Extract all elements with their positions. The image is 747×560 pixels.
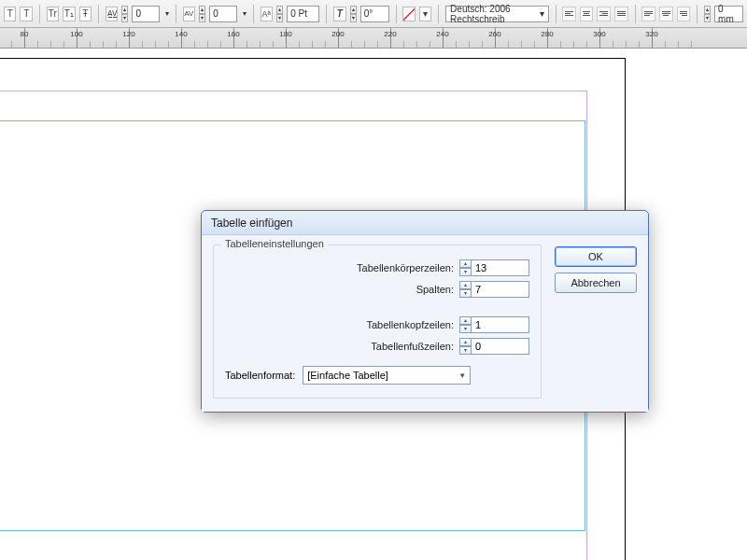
table-format-label: Tabellenformat: <box>225 370 295 381</box>
control-panel: T T Tr T₁ Ŧ A̲V̲ ▴▾ 0 ▾ AV ▴▾ 0 ▾ Aª ▴▾ … <box>0 0 747 28</box>
align-right-icon[interactable] <box>597 7 611 21</box>
separator <box>697 5 698 23</box>
horizontal-ruler[interactable]: 6080100120140160180200220240260280300320 <box>0 28 747 49</box>
columns-input[interactable]: ▴▾ <box>459 281 529 298</box>
align-justify-left-icon[interactable] <box>641 7 655 21</box>
kerning-icon: A̲V̲ <box>106 7 118 21</box>
separator <box>556 5 557 23</box>
dialog-title: Tabelle einfügen <box>202 211 648 235</box>
align-justify-icon[interactable] <box>614 7 628 21</box>
kern-value[interactable]: 0 <box>132 6 160 22</box>
body-rows-input[interactable]: ▴▾ <box>459 259 529 276</box>
body-rows-label: Tabellenkörperzeilen: <box>357 262 454 273</box>
smallcaps-icon[interactable]: T₁ <box>63 7 75 21</box>
baseline-spinner[interactable]: ▴▾ <box>276 6 283 22</box>
spinner-icon[interactable]: ▴▾ <box>459 338 472 355</box>
ruler-label: 300 <box>593 30 605 38</box>
footer-rows-input[interactable]: ▴▾ <box>459 338 529 355</box>
ruler-label: 180 <box>279 30 291 38</box>
align-justify-right-icon[interactable] <box>677 7 691 21</box>
cancel-button[interactable]: Abbrechen <box>555 273 637 293</box>
ok-button[interactable]: OK <box>555 246 637 267</box>
separator <box>326 5 327 23</box>
ruler-label: 240 <box>436 30 448 38</box>
skew-icon: T <box>333 7 345 21</box>
language-select[interactable]: Deutsch: 2006 Rechtschreib ▾ <box>445 6 548 22</box>
body-rows-field[interactable] <box>472 259 529 276</box>
ruler-label: 140 <box>175 30 187 38</box>
skew-value[interactable]: 0° <box>360 6 389 22</box>
columns-field[interactable] <box>472 281 529 298</box>
caps-icon[interactable]: Tr <box>47 7 59 21</box>
ruler-label: 80 <box>21 30 29 38</box>
footer-rows-field[interactable] <box>472 338 529 355</box>
ruler-label: 120 <box>122 30 134 38</box>
insert-table-dialog: Tabelle einfügen Tabelleneinstellungen T… <box>201 210 649 413</box>
separator <box>635 5 636 23</box>
char-format-icon-2[interactable]: T <box>20 7 32 21</box>
separator <box>176 5 176 23</box>
dropdown-arrow-icon: ▾ <box>540 8 544 19</box>
ruler-label: 260 <box>488 30 500 38</box>
track-value[interactable]: 0 <box>209 6 237 22</box>
header-rows-field[interactable] <box>472 316 529 333</box>
ruler-label: 280 <box>541 30 553 38</box>
fill-swatch[interactable] <box>402 7 415 21</box>
dropdown-arrow-icon: ▼ <box>458 371 466 380</box>
align-justify-center-icon[interactable] <box>659 7 673 21</box>
spinner-icon[interactable]: ▴▾ <box>459 281 472 298</box>
separator <box>438 5 439 23</box>
tracking-icon: AV <box>183 7 195 21</box>
ruler-label: 100 <box>70 30 82 38</box>
track-spinner[interactable]: ▴▾ <box>199 6 205 22</box>
align-left-icon[interactable] <box>562 7 576 21</box>
spinner-icon[interactable]: ▴▾ <box>459 259 472 276</box>
separator <box>98 5 99 23</box>
char-format-icon-1[interactable]: T <box>4 7 16 21</box>
align-center-icon[interactable] <box>580 7 594 21</box>
strike-icon[interactable]: Ŧ <box>79 7 92 21</box>
table-format-select[interactable]: [Einfache Tabelle] ▼ <box>303 366 471 385</box>
columns-label: Spalten: <box>416 284 454 295</box>
header-rows-label: Tabellenkopfzeilen: <box>366 319 454 330</box>
footer-rows-label: Tabellenfußzeilen: <box>371 341 454 352</box>
ruler-label: 320 <box>645 30 657 38</box>
mm-spinner[interactable]: ▴▾ <box>704 6 711 22</box>
separator <box>253 5 254 23</box>
table-settings-group: Tabelleneinstellungen Tabellenkörperzeil… <box>213 245 542 399</box>
mm-value[interactable]: 0 mm <box>714 6 743 22</box>
separator <box>39 5 40 23</box>
table-format-value: [Einfache Tabelle] <box>307 370 388 381</box>
skew-spinner[interactable]: ▴▾ <box>350 6 357 22</box>
baseline-icon: Aª <box>261 7 273 21</box>
language-label: Deutsch: 2006 Rechtschreib <box>450 4 539 24</box>
header-rows-input[interactable]: ▴▾ <box>459 316 529 333</box>
kern-spinner[interactable]: ▴▾ <box>121 6 128 22</box>
ruler-label: 160 <box>227 30 239 38</box>
ruler-label: 220 <box>384 30 396 38</box>
spinner-icon[interactable]: ▴▾ <box>459 316 472 333</box>
baseline-value[interactable]: 0 Pt <box>287 6 319 22</box>
ruler-label: 200 <box>331 30 344 38</box>
fieldset-legend: Tabelleneinstellungen <box>221 238 328 249</box>
fill-dropdown-icon[interactable]: ▾ <box>419 7 431 21</box>
separator <box>396 5 397 23</box>
